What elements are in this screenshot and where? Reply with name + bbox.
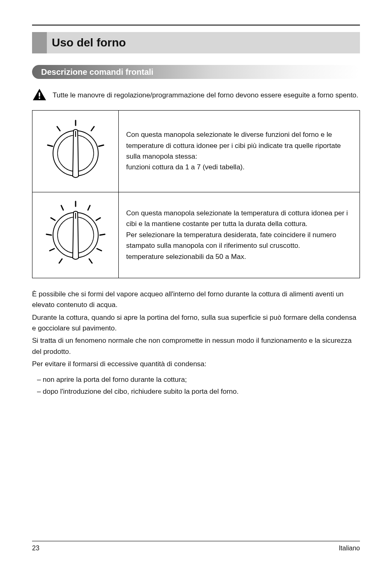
page-number: 23 — [32, 545, 39, 552]
knob-desc-intro: Con questa manopola selezionate le diver… — [126, 129, 352, 162]
page-footer: 23 Italiano — [32, 541, 360, 552]
svg-line-16 — [100, 234, 105, 235]
svg-line-11 — [61, 206, 63, 210]
table-row: Con questa manopola selezionate la tempe… — [32, 192, 360, 278]
knob-illustration-cell — [32, 111, 119, 192]
notes-block: È possibile che si formi del vapore acqu… — [32, 289, 360, 369]
svg-line-6 — [99, 145, 104, 146]
subsection-header: Descrizione comandi frontali — [32, 65, 360, 79]
knob-desc-range: funzioni cottura da 1 a 7 (vedi tabella)… — [126, 162, 352, 173]
list-item: dopo l'introduzione del cibo, richiudere… — [37, 386, 360, 397]
svg-line-18 — [97, 249, 101, 251]
thermostat-knob-icon — [41, 198, 111, 272]
section-header: Uso del forno — [32, 32, 360, 53]
knob-illustration-cell — [32, 192, 119, 278]
svg-line-13 — [51, 218, 55, 220]
note-line: Si tratta di un fenomeno normale che non… — [32, 335, 360, 357]
svg-line-14 — [96, 218, 100, 220]
svg-rect-0 — [39, 92, 40, 97]
knob-description-cell: Con questa manopola selezionate la tempe… — [119, 192, 360, 278]
controls-table: Con questa manopola selezionate le diver… — [32, 110, 360, 278]
svg-line-3 — [57, 127, 60, 131]
knob-desc-intro: Con questa manopola selezionate la tempe… — [126, 208, 352, 230]
svg-line-20 — [89, 259, 92, 263]
knob-description-cell: Con questa manopola selezionate le diver… — [119, 111, 360, 192]
knob-desc-action: Per selezionare la temperatura desiderat… — [126, 230, 352, 252]
warning-callout: Tutte le manovre di regolazione/programm… — [32, 88, 360, 103]
knob-desc-range: temperature selezionabili da 50 a Max. — [126, 252, 352, 262]
footer-language: Italiano — [339, 545, 360, 552]
header-accent — [32, 32, 47, 53]
selector-knob-icon — [41, 116, 111, 186]
bullet-list: non aprire la porta del forno durante la… — [32, 374, 360, 397]
warning-text: Tutte le manovre di regolazione/programm… — [53, 90, 358, 100]
svg-line-12 — [88, 206, 90, 210]
svg-line-17 — [50, 249, 54, 251]
table-row: Con questa manopola selezionate le diver… — [32, 111, 360, 192]
page-title: Uso del forno — [47, 32, 360, 53]
svg-line-19 — [59, 259, 62, 263]
list-item: non aprire la porta del forno durante la… — [37, 374, 360, 385]
note-line: Durante la cottura, quando si apre la po… — [32, 312, 360, 334]
svg-line-4 — [91, 127, 94, 131]
note-line: Per evitare il formarsi di eccessive qua… — [32, 359, 360, 369]
warning-icon — [32, 88, 47, 103]
svg-line-5 — [48, 145, 53, 146]
note-line: È possibile che si formi del vapore acqu… — [32, 289, 360, 311]
svg-line-15 — [46, 234, 51, 235]
svg-rect-1 — [39, 97, 40, 99]
